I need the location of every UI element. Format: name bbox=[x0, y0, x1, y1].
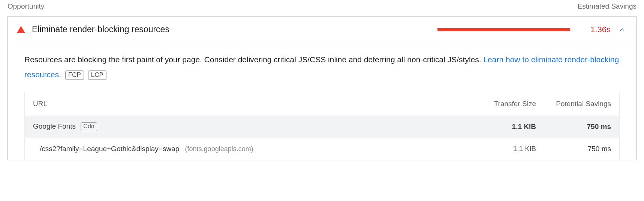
item-savings: 750 ms bbox=[536, 145, 611, 153]
table-header-row: URL Transfer Size Potential Savings bbox=[25, 92, 619, 116]
col-header-url: URL bbox=[33, 100, 469, 108]
audit-panel: Opportunity Estimated Savings Eliminate … bbox=[0, 0, 644, 172]
audit-body: Resources are blocking the first paint o… bbox=[8, 43, 636, 160]
audit-description: Resources are blocking the first paint o… bbox=[24, 52, 620, 82]
cdn-badge: Cdn bbox=[81, 122, 97, 131]
savings-value: 1.36s bbox=[577, 25, 611, 34]
metric-tag-lcp: LCP bbox=[88, 70, 106, 80]
group-name-cell: Google Fonts Cdn bbox=[33, 122, 469, 131]
savings-bar-fill bbox=[437, 28, 570, 31]
resources-table: URL Transfer Size Potential Savings Goog… bbox=[24, 92, 620, 160]
group-name: Google Fonts bbox=[33, 122, 76, 130]
description-text: Resources are blocking the first paint o… bbox=[24, 55, 483, 64]
item-path: /css2?family=League+Gothic&display=swap bbox=[40, 145, 179, 153]
item-host: (fonts.googleapis.com) bbox=[185, 145, 253, 153]
col-header-size: Transfer Size bbox=[469, 100, 536, 108]
triangle-fail-icon bbox=[17, 26, 25, 33]
table-group-row: Google Fonts Cdn 1.1 KiB 750 ms bbox=[25, 116, 619, 138]
opportunity-label: Opportunity bbox=[7, 2, 44, 10]
audit-header[interactable]: Eliminate render-blocking resources 1.36… bbox=[8, 17, 636, 43]
audit-title: Eliminate render-blocking resources bbox=[32, 24, 169, 34]
estimated-savings-label: Estimated Savings bbox=[578, 2, 637, 10]
item-size: 1.1 KiB bbox=[469, 145, 536, 153]
savings-bar bbox=[437, 28, 570, 31]
col-header-savings: Potential Savings bbox=[536, 99, 611, 109]
column-labels-row: Opportunity Estimated Savings bbox=[7, 0, 637, 16]
chevron-up-icon[interactable] bbox=[617, 25, 627, 34]
item-url-cell: /css2?family=League+Gothic&display=swap … bbox=[33, 145, 469, 153]
group-size: 1.1 KiB bbox=[469, 123, 536, 131]
metric-tag-fcp: FCP bbox=[65, 70, 84, 80]
description-post: . bbox=[59, 70, 61, 79]
group-savings: 750 ms bbox=[536, 123, 611, 131]
table-row: /css2?family=League+Gothic&display=swap … bbox=[25, 138, 619, 160]
audit-card: Eliminate render-blocking resources 1.36… bbox=[7, 16, 637, 160]
